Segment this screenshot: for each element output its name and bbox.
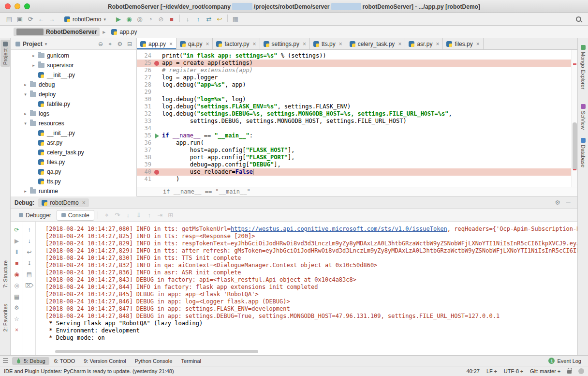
collapse-all-icon[interactable]: ⊖ [96, 39, 105, 49]
tool-button-sciview[interactable]: SciView [578, 102, 588, 132]
minimize-window-icon[interactable] [15, 3, 20, 9]
tool-window-button-terminal[interactable]: Terminal [177, 357, 205, 365]
evaluate-expression-icon[interactable]: ⊞ [165, 211, 176, 220]
editor-gutter[interactable]: 41 [137, 176, 162, 183]
collapse-arrow-icon[interactable]: ▾ [22, 92, 29, 97]
scrollbar-thumb[interactable] [55, 350, 258, 353]
editor-gutter[interactable]: 28 [137, 81, 162, 89]
expand-arrow-icon[interactable]: ▸ [30, 53, 37, 58]
tree-item-tts.py[interactable]: tts.py [11, 177, 136, 186]
tool-button-favorites[interactable]: 2: Favorites [0, 302, 10, 333]
zoom-window-icon[interactable] [24, 3, 30, 9]
expand-arrow-icon[interactable]: ▸ [22, 189, 29, 194]
close-tab-icon[interactable]: × [436, 41, 439, 47]
event-log-button[interactable]: 1 Event Log [544, 357, 585, 365]
tool-button-project[interactable]: Project [0, 40, 10, 67]
hide-panel-icon[interactable]: ⊟ [125, 39, 134, 49]
tree-item-files.py[interactable]: files.py [11, 157, 136, 167]
tab-debugger[interactable]: Debugger [15, 210, 56, 221]
editor-gutter[interactable]: 30 [137, 96, 162, 103]
editor-gutter[interactable]: 26 [137, 67, 162, 74]
run-to-cursor-icon[interactable]: ⇥ [155, 211, 165, 220]
next-occurrence-icon[interactable]: ↓ [25, 237, 34, 245]
close-icon[interactable]: × [12, 326, 22, 334]
git-branch-indicator[interactable]: Git: master ÷ [530, 368, 560, 374]
mute-breakpoints-icon[interactable]: ◎ [12, 281, 22, 289]
editor-tab-app.py[interactable]: app.py× [137, 38, 176, 49]
console-link[interactable]: https://westus.api.cognitive.microsoft.c… [231, 226, 447, 232]
debug-session-tab[interactable]: robotDemo × [38, 198, 88, 207]
resume-icon[interactable]: ▶ [12, 237, 22, 245]
inspections-hector-icon[interactable] [578, 368, 584, 374]
tree-item-gunicorn[interactable]: ▸gunicorn [11, 51, 136, 60]
tool-grid-icon[interactable]: ▦ [230, 15, 241, 24]
project-view-selector[interactable]: Project ▾ [15, 41, 47, 47]
prev-occurrence-icon[interactable]: ↑ [25, 226, 34, 234]
hide-window-icon[interactable]: ─ [563, 198, 573, 208]
tree-item-deploy[interactable]: ▾deploy [11, 90, 136, 99]
view-breakpoints-icon[interactable]: ◉ [12, 270, 22, 278]
breakpoint-stripe-mark[interactable] [573, 169, 576, 170]
scrollbar-thumb[interactable] [573, 122, 577, 170]
close-window-icon[interactable] [5, 3, 11, 9]
force-step-into-icon[interactable]: ⇓ [133, 211, 144, 220]
line-ending-indicator[interactable]: LF ÷ [486, 368, 497, 374]
editor-gutter[interactable]: 24 [137, 52, 162, 60]
tool-window-button-9-version-control[interactable]: 9: Version Control [80, 357, 130, 365]
tree-item-resources[interactable]: ▾resources [11, 119, 136, 128]
editor-gutter[interactable]: 27 [137, 74, 162, 81]
tool-window-button-python-console[interactable]: Python Console [131, 357, 176, 365]
editor-gutter[interactable]: 25 [137, 60, 162, 67]
tool-button-structure[interactable]: 7: Structure [0, 258, 10, 290]
run-disabled-icon[interactable]: ⊘ [156, 15, 166, 24]
tree-item-__init__.py[interactable]: __init__.py [11, 70, 136, 80]
editor-gutter[interactable]: 31 [137, 103, 162, 110]
open-project-icon[interactable]: ▤ [4, 15, 15, 24]
close-tab-icon[interactable]: × [339, 41, 342, 47]
debug-bug-icon[interactable]: ◉ [124, 15, 134, 24]
back-icon[interactable]: ← [36, 15, 46, 24]
tool-window-button-5-debug[interactable]: 5: Debug [12, 357, 49, 365]
stop-icon[interactable]: ■ [166, 15, 177, 24]
search-everywhere-icon[interactable] [576, 16, 581, 22]
editor-gutter[interactable]: 33 [137, 118, 162, 125]
tree-item-celery_task.py[interactable]: celery_task.py [11, 148, 136, 157]
status-message[interactable]: IDE and Plugin Updates: PyCharm is ready… [4, 368, 174, 374]
tab-console[interactable]: Console [57, 210, 94, 221]
editor-gutter[interactable]: 40 [137, 168, 162, 176]
settings-gear-icon[interactable]: ⚙ [12, 303, 22, 312]
breadcrumb-project[interactable]: RobotDemoServer [14, 28, 100, 36]
editor-tab-settings.py[interactable]: settings.py× [260, 38, 310, 49]
console-hscrollbar[interactable] [36, 350, 573, 354]
expand-arrow-icon[interactable]: ▸ [22, 111, 29, 116]
editor-tab-celery_task.py[interactable]: celery_task.py× [346, 38, 406, 49]
breadcrumb-file[interactable]: app.py [108, 28, 140, 36]
tree-item-debug[interactable]: ▸debug [11, 80, 136, 90]
editor-gutter[interactable]: 37 [137, 147, 162, 154]
editor-tab-tts.py[interactable]: tts.py× [310, 38, 346, 49]
tree-item-asr.py[interactable]: asr.py [11, 138, 136, 148]
expand-arrow-icon[interactable]: ▸ [22, 82, 29, 87]
tree-item-__init__.py[interactable]: __init__.py [11, 128, 136, 138]
readonly-lock-icon[interactable] [567, 370, 572, 374]
editor-gutter[interactable]: 39 [137, 161, 162, 168]
settings-gear-icon[interactable]: ⚙ [115, 39, 125, 49]
tree-item-qa.py[interactable]: qa.py [11, 167, 136, 177]
vcs-rollback-icon[interactable]: ↩ [214, 15, 225, 24]
tree-item-fabfile.py[interactable]: fabfile.py [11, 99, 136, 109]
breakpoint-icon[interactable] [154, 61, 159, 66]
close-tab-icon[interactable]: × [206, 41, 209, 47]
run-configuration-selector[interactable]: robotDemo ▾ [61, 15, 109, 24]
close-tab-icon[interactable]: × [169, 41, 173, 47]
run-icon[interactable]: ▶ [113, 15, 124, 24]
close-tab-icon[interactable]: × [476, 41, 480, 47]
editor-scrollbar[interactable] [571, 50, 577, 187]
rerun-icon[interactable]: ⟳ [12, 226, 22, 234]
scroll-to-end-icon[interactable]: ↧ [25, 259, 34, 267]
close-tab-icon[interactable]: × [253, 41, 256, 47]
stop-icon[interactable]: ■ [12, 259, 22, 267]
tree-item-logs[interactable]: ▸logs [11, 109, 136, 119]
step-into-icon[interactable]: ↓ [123, 211, 133, 220]
tool-windows-switcher-icon[interactable] [3, 358, 8, 363]
code-editor[interactable]: 24print("in flask app: settings=%s" % (s… [137, 50, 577, 187]
